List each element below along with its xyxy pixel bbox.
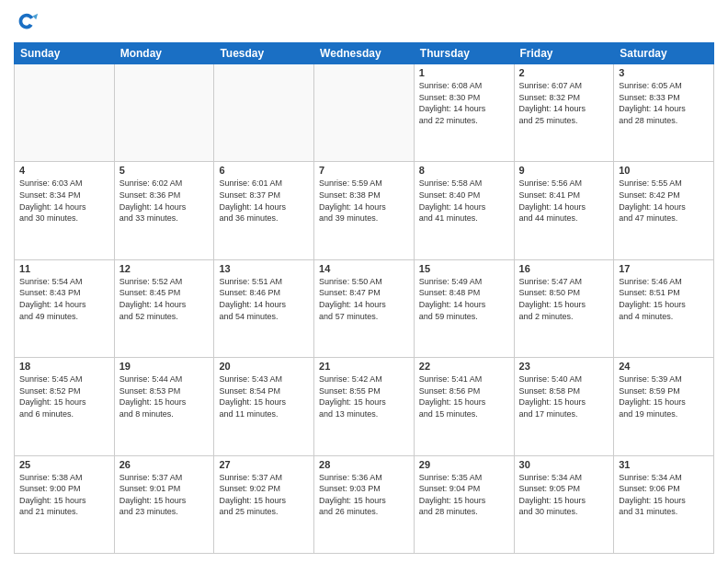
day-info: Sunrise: 5:44 AM Sunset: 8:53 PM Dayligh… xyxy=(119,373,210,419)
day-info: Sunrise: 6:01 AM Sunset: 8:37 PM Dayligh… xyxy=(219,178,309,224)
calendar-cell: 8Sunrise: 5:58 AM Sunset: 8:40 PM Daylig… xyxy=(414,162,514,259)
day-info: Sunrise: 5:47 AM Sunset: 8:50 PM Dayligh… xyxy=(519,276,609,322)
day-info: Sunrise: 5:58 AM Sunset: 8:40 PM Dayligh… xyxy=(419,178,509,224)
day-info: Sunrise: 5:51 AM Sunset: 8:46 PM Dayligh… xyxy=(219,276,309,322)
day-info: Sunrise: 5:55 AM Sunset: 8:42 PM Dayligh… xyxy=(619,178,709,224)
day-info: Sunrise: 5:34 AM Sunset: 9:05 PM Dayligh… xyxy=(519,472,609,518)
calendar-cell xyxy=(15,64,115,162)
day-number: 17 xyxy=(619,263,709,274)
day-info: Sunrise: 6:07 AM Sunset: 8:32 PM Dayligh… xyxy=(519,80,609,126)
day-number: 10 xyxy=(619,165,709,176)
day-number: 25 xyxy=(19,459,109,470)
day-number: 27 xyxy=(219,459,309,470)
calendar-cell: 1Sunrise: 6:08 AM Sunset: 8:30 PM Daylig… xyxy=(414,64,514,162)
day-number: 4 xyxy=(19,165,109,176)
calendar-cell: 6Sunrise: 6:01 AM Sunset: 8:37 PM Daylig… xyxy=(214,162,314,259)
calendar-cell: 11Sunrise: 5:54 AM Sunset: 8:43 PM Dayli… xyxy=(15,259,115,357)
day-info: Sunrise: 5:37 AM Sunset: 9:02 PM Dayligh… xyxy=(219,472,309,518)
day-info: Sunrise: 5:59 AM Sunset: 8:38 PM Dayligh… xyxy=(319,178,409,224)
day-info: Sunrise: 5:43 AM Sunset: 8:54 PM Dayligh… xyxy=(219,373,309,419)
day-number: 26 xyxy=(119,459,210,470)
day-number: 2 xyxy=(519,67,609,78)
calendar-week-row: 25Sunrise: 5:38 AM Sunset: 9:00 PM Dayli… xyxy=(15,455,714,553)
calendar-cell: 14Sunrise: 5:50 AM Sunset: 8:47 PM Dayli… xyxy=(314,259,415,357)
calendar-cell: 15Sunrise: 5:49 AM Sunset: 8:48 PM Dayli… xyxy=(414,259,514,357)
day-number: 23 xyxy=(519,361,609,372)
day-number: 24 xyxy=(619,361,709,372)
day-info: Sunrise: 5:42 AM Sunset: 8:55 PM Dayligh… xyxy=(319,373,409,419)
header-row: SundayMondayTuesdayWednesdayThursdayFrid… xyxy=(15,43,714,64)
calendar-cell: 7Sunrise: 5:59 AM Sunset: 8:38 PM Daylig… xyxy=(314,162,415,259)
calendar-week-row: 4Sunrise: 6:03 AM Sunset: 8:34 PM Daylig… xyxy=(15,162,714,259)
day-header: Monday xyxy=(114,43,214,64)
calendar-cell: 23Sunrise: 5:40 AM Sunset: 8:58 PM Dayli… xyxy=(514,358,614,455)
calendar-cell: 10Sunrise: 5:55 AM Sunset: 8:42 PM Dayli… xyxy=(614,162,714,259)
day-number: 31 xyxy=(619,459,709,470)
calendar-cell: 3Sunrise: 6:05 AM Sunset: 8:33 PM Daylig… xyxy=(614,64,714,162)
day-number: 3 xyxy=(619,67,709,78)
day-number: 30 xyxy=(519,459,609,470)
calendar-cell xyxy=(314,64,415,162)
day-number: 6 xyxy=(219,165,309,176)
calendar-cell: 20Sunrise: 5:43 AM Sunset: 8:54 PM Dayli… xyxy=(214,358,314,455)
day-number: 18 xyxy=(19,361,109,372)
calendar-cell: 21Sunrise: 5:42 AM Sunset: 8:55 PM Dayli… xyxy=(314,358,415,455)
day-number: 28 xyxy=(319,459,409,470)
day-info: Sunrise: 5:41 AM Sunset: 8:56 PM Dayligh… xyxy=(419,373,509,419)
calendar-cell: 24Sunrise: 5:39 AM Sunset: 8:59 PM Dayli… xyxy=(614,358,714,455)
day-info: Sunrise: 5:45 AM Sunset: 8:52 PM Dayligh… xyxy=(19,373,109,419)
day-info: Sunrise: 5:46 AM Sunset: 8:51 PM Dayligh… xyxy=(619,276,709,322)
calendar-table: SundayMondayTuesdayWednesdayThursdayFrid… xyxy=(14,42,714,554)
calendar-week-row: 11Sunrise: 5:54 AM Sunset: 8:43 PM Dayli… xyxy=(15,259,714,357)
day-info: Sunrise: 5:35 AM Sunset: 9:04 PM Dayligh… xyxy=(419,472,509,518)
day-info: Sunrise: 5:34 AM Sunset: 9:06 PM Dayligh… xyxy=(619,472,709,518)
calendar-cell: 2Sunrise: 6:07 AM Sunset: 8:32 PM Daylig… xyxy=(514,64,614,162)
day-number: 19 xyxy=(119,361,210,372)
logo-icon xyxy=(14,9,40,35)
day-info: Sunrise: 5:39 AM Sunset: 8:59 PM Dayligh… xyxy=(619,373,709,419)
day-info: Sunrise: 5:36 AM Sunset: 9:03 PM Dayligh… xyxy=(319,472,409,518)
day-number: 1 xyxy=(419,67,509,78)
day-number: 16 xyxy=(519,263,609,274)
day-info: Sunrise: 6:02 AM Sunset: 8:36 PM Dayligh… xyxy=(119,178,210,224)
calendar-cell: 29Sunrise: 5:35 AM Sunset: 9:04 PM Dayli… xyxy=(414,455,514,553)
day-number: 20 xyxy=(219,361,309,372)
calendar-cell: 16Sunrise: 5:47 AM Sunset: 8:50 PM Dayli… xyxy=(514,259,614,357)
calendar-cell: 27Sunrise: 5:37 AM Sunset: 9:02 PM Dayli… xyxy=(214,455,314,553)
header xyxy=(14,9,714,35)
calendar-week-row: 1Sunrise: 6:08 AM Sunset: 8:30 PM Daylig… xyxy=(15,64,714,162)
day-info: Sunrise: 5:38 AM Sunset: 9:00 PM Dayligh… xyxy=(19,472,109,518)
calendar-cell: 12Sunrise: 5:52 AM Sunset: 8:45 PM Dayli… xyxy=(114,259,214,357)
day-info: Sunrise: 5:56 AM Sunset: 8:41 PM Dayligh… xyxy=(519,178,609,224)
page: SundayMondayTuesdayWednesdayThursdayFrid… xyxy=(0,0,728,563)
day-info: Sunrise: 5:37 AM Sunset: 9:01 PM Dayligh… xyxy=(119,472,210,518)
day-info: Sunrise: 5:52 AM Sunset: 8:45 PM Dayligh… xyxy=(119,276,210,322)
day-info: Sunrise: 5:40 AM Sunset: 8:58 PM Dayligh… xyxy=(519,373,609,419)
day-number: 5 xyxy=(119,165,210,176)
day-info: Sunrise: 5:54 AM Sunset: 8:43 PM Dayligh… xyxy=(19,276,109,322)
logo xyxy=(14,9,43,35)
calendar-cell: 19Sunrise: 5:44 AM Sunset: 8:53 PM Dayli… xyxy=(114,358,214,455)
day-header: Tuesday xyxy=(214,43,314,64)
day-number: 13 xyxy=(219,263,309,274)
day-info: Sunrise: 5:49 AM Sunset: 8:48 PM Dayligh… xyxy=(419,276,509,322)
day-header: Saturday xyxy=(614,43,714,64)
calendar-cell: 25Sunrise: 5:38 AM Sunset: 9:00 PM Dayli… xyxy=(15,455,115,553)
day-header: Friday xyxy=(514,43,614,64)
day-number: 8 xyxy=(419,165,509,176)
day-number: 9 xyxy=(519,165,609,176)
calendar-cell: 22Sunrise: 5:41 AM Sunset: 8:56 PM Dayli… xyxy=(414,358,514,455)
calendar-cell: 28Sunrise: 5:36 AM Sunset: 9:03 PM Dayli… xyxy=(314,455,415,553)
calendar-cell xyxy=(114,64,214,162)
day-info: Sunrise: 5:50 AM Sunset: 8:47 PM Dayligh… xyxy=(319,276,409,322)
day-number: 29 xyxy=(419,459,509,470)
day-number: 7 xyxy=(319,165,409,176)
day-header: Sunday xyxy=(15,43,115,64)
day-number: 11 xyxy=(19,263,109,274)
day-info: Sunrise: 6:08 AM Sunset: 8:30 PM Dayligh… xyxy=(419,80,509,126)
svg-marker-0 xyxy=(33,14,39,20)
day-header: Thursday xyxy=(414,43,514,64)
calendar-cell: 18Sunrise: 5:45 AM Sunset: 8:52 PM Dayli… xyxy=(15,358,115,455)
day-info: Sunrise: 6:03 AM Sunset: 8:34 PM Dayligh… xyxy=(19,178,109,224)
calendar-cell: 17Sunrise: 5:46 AM Sunset: 8:51 PM Dayli… xyxy=(614,259,714,357)
